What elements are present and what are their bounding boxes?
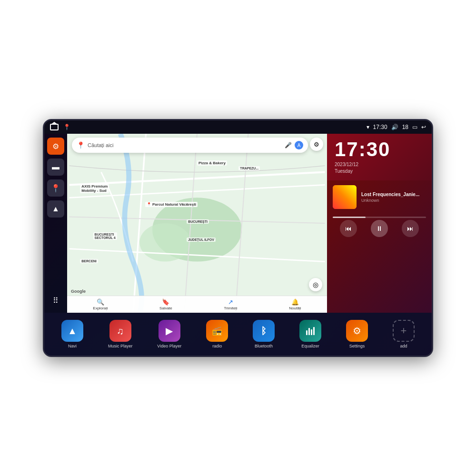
svg-rect-9 bbox=[306, 330, 307, 335]
google-logo: Google bbox=[71, 289, 86, 294]
status-bar-right: ▾ 17:30 🔊 18 ▭ ↩ bbox=[367, 124, 426, 130]
mic-icon[interactable]: 🎤 bbox=[285, 142, 292, 149]
music-title: Lost Frequencies_Janie... bbox=[361, 192, 426, 197]
pause-button[interactable]: ⏸ bbox=[371, 220, 388, 237]
map-share-button[interactable]: ↗ Trimiteți bbox=[224, 298, 237, 310]
sidebar-btn-navigation[interactable]: ▲ bbox=[47, 200, 64, 218]
clock-widget: 17:30 2023/12/12 Tuesday bbox=[327, 134, 432, 180]
progress-bar[interactable] bbox=[333, 217, 426, 218]
grid-icon: ⠿ bbox=[53, 296, 59, 305]
app-item-bluetooth[interactable]: ᛒ Bluetooth bbox=[253, 320, 275, 348]
video-player-label: Video Player bbox=[157, 344, 181, 348]
status-bar: 📍 ▾ 17:30 🔊 18 ▭ ↩ bbox=[44, 120, 432, 134]
map-bottom-bar: 🔍 Explorați 🔖 Salvate ↗ Trimiteți bbox=[67, 296, 327, 313]
music-widget: Lost Frequencies_Janie... Unknown ⏮ ⏸ bbox=[327, 180, 432, 313]
add-label: add bbox=[400, 344, 407, 348]
back-icon[interactable]: ↩ bbox=[421, 124, 426, 130]
status-time: 17:30 bbox=[373, 124, 387, 130]
right-panel: 17:30 2023/12/12 Tuesday Lost Frequencie… bbox=[327, 134, 432, 313]
wifi-icon: ▾ bbox=[367, 124, 369, 130]
place-label-trapezu: TRAPEZU... bbox=[238, 166, 260, 170]
previous-icon: ⏮ bbox=[345, 225, 352, 232]
map-background: 📍 Căutați aici 🎤 A ⚙ AXIS Premi bbox=[67, 134, 327, 313]
svg-rect-10 bbox=[308, 328, 310, 335]
map-saved-button[interactable]: 🔖 Salvate bbox=[159, 298, 172, 310]
map-settings-button[interactable]: ⚙ bbox=[310, 138, 323, 151]
sidebar-btn-files[interactable]: ▬ bbox=[47, 159, 64, 176]
app-item-navi[interactable]: ▲ Navi bbox=[61, 320, 83, 348]
clock-day-value: Tuesday bbox=[335, 169, 353, 174]
place-label-park: 📍 Parcul Natural Văcărești bbox=[145, 202, 198, 207]
next-icon: ⏭ bbox=[407, 225, 414, 232]
bluetooth-icon: ᛒ bbox=[253, 320, 275, 342]
middle-content: 📍 Căutați aici 🎤 A ⚙ AXIS Premi bbox=[67, 134, 327, 313]
place-label-pizza: Pizza & Bakery bbox=[197, 160, 227, 166]
sidebar-btn-grid[interactable]: ⠿ bbox=[47, 292, 64, 309]
sidebar-btn-maps[interactable]: 📍 bbox=[47, 179, 64, 197]
app-item-settings[interactable]: ⚙ Settings bbox=[346, 320, 368, 348]
album-art bbox=[333, 185, 357, 209]
account-icon[interactable]: A bbox=[295, 141, 303, 149]
battery-icon: ▭ bbox=[412, 124, 417, 130]
share-label: Trimiteți bbox=[224, 306, 237, 310]
music-player-icon: ♫ bbox=[109, 320, 131, 342]
map-settings-icon: ⚙ bbox=[314, 141, 319, 148]
music-player-label: Music Player bbox=[108, 344, 133, 348]
music-artist: Unknown bbox=[361, 198, 426, 203]
app-item-add[interactable]: + add bbox=[393, 320, 415, 348]
navigation-icon: ▲ bbox=[52, 205, 60, 213]
app-item-radio[interactable]: 📻 radio bbox=[206, 320, 228, 348]
navi-icon: ▲ bbox=[61, 320, 83, 342]
content-area: ⚙ ▬ 📍 ▲ ⠿ bbox=[44, 134, 432, 313]
settings-icon: ⚙ bbox=[52, 142, 59, 151]
location-button[interactable]: ◎ bbox=[309, 278, 322, 291]
bluetooth-label: Bluetooth bbox=[255, 344, 273, 348]
location-icon: ◎ bbox=[313, 281, 318, 288]
navi-label: Navi bbox=[68, 344, 77, 348]
progress-fill bbox=[333, 217, 366, 218]
map-pin-status-icon: 📍 bbox=[63, 124, 70, 130]
app-item-video-player[interactable]: ▶ Video Player bbox=[157, 320, 181, 348]
device-shell: 📍 ▾ 17:30 🔊 18 ▭ ↩ ⚙ ▬ 📍 bbox=[43, 119, 433, 357]
place-label-berceni: BERCENI bbox=[80, 259, 98, 263]
map-news-button[interactable]: 🔔 Noutăți bbox=[289, 298, 301, 310]
sidebar: ⚙ ▬ 📍 ▲ ⠿ bbox=[44, 134, 67, 313]
app-item-equalizer[interactable]: Equalizer bbox=[299, 320, 321, 348]
map-search-input[interactable]: Căutați aici bbox=[88, 142, 282, 148]
files-icon: ▬ bbox=[52, 163, 60, 171]
saved-label: Salvate bbox=[159, 306, 172, 310]
news-icon: 🔔 bbox=[291, 298, 299, 306]
svg-line-2 bbox=[69, 172, 325, 185]
equalizer-label: Equalizer bbox=[301, 344, 319, 348]
map-container[interactable]: 📍 Căutați aici 🎤 A ⚙ AXIS Premi bbox=[67, 134, 327, 313]
clock-time: 17:30 bbox=[335, 139, 424, 159]
previous-button[interactable]: ⏮ bbox=[340, 220, 357, 237]
main-screen: ⚙ ▬ 📍 ▲ ⠿ bbox=[44, 134, 432, 356]
album-art-image bbox=[333, 185, 357, 209]
music-top: Lost Frequencies_Janie... Unknown bbox=[333, 185, 426, 209]
place-label-ilfov: JUDEȚUL ILFOV bbox=[187, 238, 216, 242]
svg-rect-11 bbox=[311, 329, 312, 335]
map-explore-button[interactable]: 🔍 Explorați bbox=[93, 298, 108, 310]
next-button[interactable]: ⏭ bbox=[402, 220, 419, 237]
explore-label: Explorați bbox=[93, 306, 108, 310]
google-maps-pin-icon: 📍 bbox=[77, 141, 85, 149]
home-icon[interactable] bbox=[50, 124, 59, 130]
svg-rect-12 bbox=[313, 327, 315, 335]
sidebar-btn-settings[interactable]: ⚙ bbox=[47, 138, 64, 155]
app-item-music-player[interactable]: ♫ Music Player bbox=[108, 320, 133, 348]
settings-label: Settings bbox=[349, 344, 365, 348]
music-info: Lost Frequencies_Janie... Unknown bbox=[361, 192, 426, 203]
share-icon: ↗ bbox=[228, 298, 233, 306]
app-grid: ▲ Navi ♫ Music Player ▶ Video Player 📻 bbox=[44, 313, 432, 356]
volume-icon: 🔊 bbox=[391, 124, 398, 130]
music-controls: ⏮ ⏸ ⏭ bbox=[333, 220, 426, 237]
place-label-bucharest: BUCUREȘTI bbox=[187, 219, 209, 224]
video-player-icon: ▶ bbox=[159, 320, 180, 342]
explore-icon: 🔍 bbox=[97, 298, 104, 306]
news-label: Noutăți bbox=[289, 306, 301, 310]
clock-date-value: 2023/12/12 bbox=[335, 162, 358, 167]
add-icon: + bbox=[393, 320, 415, 342]
map-search-bar[interactable]: 📍 Căutați aici 🎤 A bbox=[72, 138, 308, 153]
map-icon: 📍 bbox=[51, 184, 60, 193]
